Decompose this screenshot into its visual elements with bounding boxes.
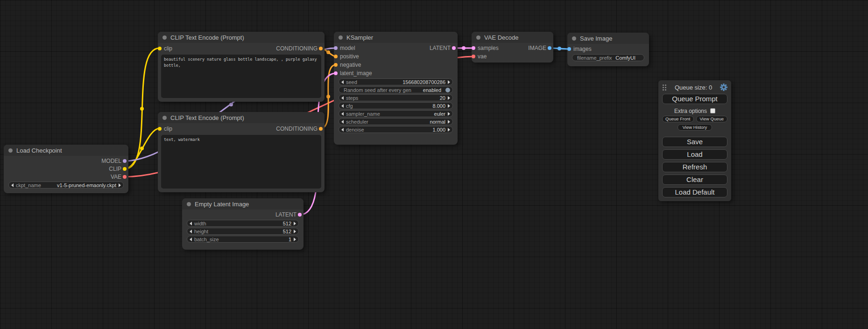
view-history-button[interactable]: View History xyxy=(677,124,712,131)
conditioning-output-port[interactable] xyxy=(319,127,323,131)
queue-buttons-row: Queue Front View Queue xyxy=(662,116,727,122)
grip-dots-icon[interactable] xyxy=(662,84,667,91)
left-arrow-icon[interactable] xyxy=(341,96,344,100)
ckpt-name-widget[interactable]: ckpt_name v1-5-pruned-emaonly.ckpt xyxy=(8,182,124,189)
load-button[interactable]: Load xyxy=(662,149,727,160)
right-arrow-icon[interactable] xyxy=(119,183,121,187)
view-queue-button[interactable]: View Queue xyxy=(696,116,728,122)
left-arrow-icon[interactable] xyxy=(190,230,192,233)
widget-value: 512 xyxy=(283,221,291,226)
widget-label: width xyxy=(194,221,206,226)
queue-size-label: Queue size: 0 xyxy=(667,84,720,91)
right-arrow-icon[interactable] xyxy=(448,120,450,124)
node-title-bar[interactable]: Empty Latent Image xyxy=(182,198,303,210)
left-arrow-icon[interactable] xyxy=(341,104,344,108)
queue-prompt-button[interactable]: Queue Prompt xyxy=(662,94,727,104)
collapse-dot-icon[interactable] xyxy=(339,35,343,40)
prompt-text-area[interactable]: beautiful scenery nature glass bottle la… xyxy=(161,55,321,98)
clear-button[interactable]: Clear xyxy=(662,175,727,185)
right-arrow-icon[interactable] xyxy=(294,238,296,241)
seed-widget[interactable]: seed 156680208700286 xyxy=(339,78,453,85)
right-arrow-icon[interactable] xyxy=(448,128,450,132)
collapse-dot-icon[interactable] xyxy=(162,35,167,40)
prompt-text-area[interactable]: text, watermark xyxy=(161,135,321,189)
node-title-bar[interactable]: Load Checkpoint xyxy=(4,145,128,156)
sampler-name-widget[interactable]: sampler_name euler xyxy=(339,110,453,117)
left-arrow-icon[interactable] xyxy=(190,222,192,225)
latent-image-input-port[interactable] xyxy=(334,71,338,75)
slot-label: CONDITIONING xyxy=(276,126,325,132)
height-widget[interactable]: height 512 xyxy=(187,228,299,235)
collapse-dot-icon[interactable] xyxy=(8,148,13,153)
batch-size-widget[interactable]: batch_size 1 xyxy=(187,236,299,243)
right-arrow-icon[interactable] xyxy=(448,80,450,84)
node-clip-text-encode-negative[interactable]: CLIP Text Encode (Prompt) clip CONDITION… xyxy=(158,112,325,192)
node-load-checkpoint[interactable]: Load Checkpoint MODEL CLIP VAE ckpt_name… xyxy=(4,145,128,193)
node-title-bar[interactable]: VAE Decode xyxy=(472,32,553,43)
node-title-bar[interactable]: Save Image xyxy=(567,33,649,44)
cfg-widget[interactable]: cfg 8.000 xyxy=(339,102,453,109)
save-button[interactable]: Save xyxy=(662,137,727,147)
steps-widget[interactable]: steps 20 xyxy=(339,94,453,101)
gear-icon[interactable] xyxy=(720,84,727,91)
node-empty-latent-image[interactable]: Empty Latent Image LATENT width 512 heig… xyxy=(182,198,303,250)
clip-output-port[interactable] xyxy=(123,167,127,171)
slot-label: latent_image xyxy=(334,70,372,77)
random-seed-toggle-widget[interactable]: Random seed after every gen enabled xyxy=(339,86,453,93)
scheduler-widget[interactable]: scheduler normal xyxy=(339,118,453,125)
node-ksampler[interactable]: KSampler model LATENT positive negative … xyxy=(334,32,458,145)
width-widget[interactable]: width 512 xyxy=(187,220,299,227)
node-title-bar[interactable]: CLIP Text Encode (Prompt) xyxy=(158,112,325,123)
queue-front-button[interactable]: Queue Front xyxy=(662,116,694,122)
right-arrow-icon[interactable] xyxy=(448,104,450,108)
model-output-port[interactable] xyxy=(123,159,127,163)
collapse-dot-icon[interactable] xyxy=(187,202,191,206)
node-graph-canvas[interactable]: Load Checkpoint MODEL CLIP VAE ckpt_name… xyxy=(0,0,868,329)
left-arrow-icon[interactable] xyxy=(11,183,14,187)
denoise-widget[interactable]: denoise 1.000 xyxy=(339,126,453,133)
right-arrow-icon[interactable] xyxy=(294,230,296,233)
load-default-button[interactable]: Load Default xyxy=(662,187,727,197)
collapse-dot-icon[interactable] xyxy=(162,116,167,120)
node-clip-text-encode-positive[interactable]: CLIP Text Encode (Prompt) clip CONDITION… xyxy=(158,32,325,102)
widget-label: Random seed after every gen xyxy=(344,87,411,93)
node-title-bar[interactable]: CLIP Text Encode (Prompt) xyxy=(158,32,325,43)
filename-prefix-widget[interactable]: filename_prefix ComfyUI xyxy=(572,54,644,61)
positive-input-port[interactable] xyxy=(334,55,338,58)
image-output-port[interactable] xyxy=(548,46,551,50)
right-arrow-icon[interactable] xyxy=(448,112,450,116)
collapse-dot-icon[interactable] xyxy=(476,35,480,40)
latent-output-port[interactable] xyxy=(452,46,456,50)
widget-label: seed xyxy=(346,79,357,85)
wire-midpoint-dot xyxy=(326,50,330,54)
node-vae-decode[interactable]: VAE Decode samples IMAGE vae xyxy=(472,32,553,63)
collapse-dot-icon[interactable] xyxy=(572,36,576,41)
extra-options-checkbox[interactable] xyxy=(710,108,715,113)
images-input-port[interactable] xyxy=(567,47,571,51)
conditioning-output-port[interactable] xyxy=(319,47,323,50)
node-save-image[interactable]: Save Image images filename_prefix ComfyU… xyxy=(567,33,649,66)
node-title: CLIP Text Encode (Prompt) xyxy=(170,34,244,41)
left-arrow-icon[interactable] xyxy=(190,238,192,241)
vae-output-port[interactable] xyxy=(123,175,127,179)
samples-input-port[interactable] xyxy=(472,46,475,50)
left-arrow-icon[interactable] xyxy=(341,128,344,132)
left-arrow-icon[interactable] xyxy=(341,80,344,84)
vae-input-port[interactable] xyxy=(472,55,475,58)
latent-output-port[interactable] xyxy=(298,213,302,217)
node-title-bar[interactable]: KSampler xyxy=(334,32,458,43)
left-arrow-icon[interactable] xyxy=(341,120,344,124)
model-input-port[interactable] xyxy=(334,46,338,50)
widget-value: ComfyUI xyxy=(615,55,635,61)
right-arrow-icon[interactable] xyxy=(294,222,296,225)
toggle-knob-icon[interactable] xyxy=(445,88,450,92)
clip-input-port[interactable] xyxy=(158,47,162,50)
clip-input-port[interactable] xyxy=(158,127,162,131)
negative-input-port[interactable] xyxy=(334,63,338,67)
widget-value: 1 xyxy=(289,237,291,242)
right-arrow-icon[interactable] xyxy=(448,96,450,100)
refresh-button[interactable]: Refresh xyxy=(662,162,727,172)
left-arrow-icon[interactable] xyxy=(341,112,344,116)
widget-label: ckpt_name xyxy=(16,182,41,188)
output-slot-model: MODEL xyxy=(4,157,128,165)
